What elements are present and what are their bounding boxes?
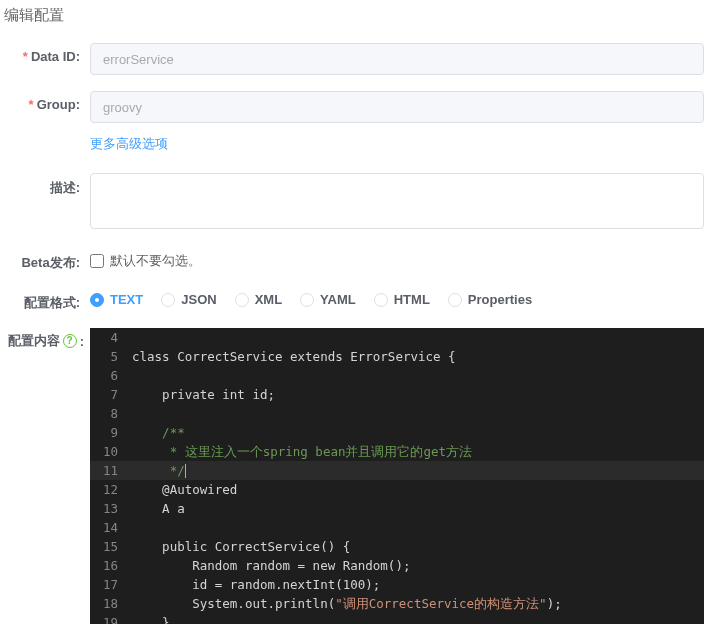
editor-line: 17 id = random.nextInt(100);: [90, 575, 704, 594]
editor-line: 8: [90, 404, 704, 423]
radio-label: XML: [255, 292, 282, 307]
code-text: [132, 404, 704, 423]
help-icon[interactable]: ?: [63, 334, 77, 348]
label-group: *Group:: [0, 91, 90, 112]
editor-line: 15 public CorrectService() {: [90, 537, 704, 556]
more-options-link[interactable]: 更多高级选项: [90, 133, 168, 153]
page-title: 编辑配置: [0, 0, 704, 43]
radio-label: HTML: [394, 292, 430, 307]
line-number: 19: [90, 613, 132, 624]
radio-circle-icon: [90, 293, 104, 307]
line-number: 7: [90, 385, 132, 404]
radio-label: YAML: [320, 292, 356, 307]
radio-label: TEXT: [110, 292, 143, 307]
line-number: 4: [90, 328, 132, 347]
editor-line: 11 */: [90, 461, 704, 480]
code-text: /**: [132, 423, 704, 442]
code-text: [132, 328, 704, 347]
editor-line: 13 A a: [90, 499, 704, 518]
format-radio-text[interactable]: TEXT: [90, 292, 143, 307]
label-format: 配置格式:: [0, 288, 90, 312]
label-desc: 描述:: [0, 173, 90, 197]
label-content: 配置内容 ? :: [0, 328, 90, 350]
label-beta: Beta发布:: [0, 248, 90, 272]
code-text: */: [132, 461, 704, 480]
line-number: 17: [90, 575, 132, 594]
data-id-input[interactable]: [90, 43, 704, 75]
line-number: 11: [90, 461, 132, 480]
line-number: 6: [90, 366, 132, 385]
editor-line: 7 private int id;: [90, 385, 704, 404]
row-desc: 描述:: [0, 173, 704, 232]
line-number: 12: [90, 480, 132, 499]
radio-circle-icon: [161, 293, 175, 307]
code-text: [132, 518, 704, 537]
code-text: @Autowired: [132, 480, 704, 499]
radio-circle-icon: [374, 293, 388, 307]
code-editor[interactable]: 45class CorrectService extends ErrorServ…: [90, 328, 704, 624]
format-radio-yaml[interactable]: YAML: [300, 292, 356, 307]
code-text: * 这里注入一个spring bean并且调用它的get方法: [132, 442, 704, 461]
code-text: [132, 366, 704, 385]
line-number: 9: [90, 423, 132, 442]
line-number: 10: [90, 442, 132, 461]
format-radio-properties[interactable]: Properties: [448, 292, 532, 307]
label-data-id: *Data ID:: [0, 43, 90, 64]
radio-circle-icon: [448, 293, 462, 307]
editor-line: 9 /**: [90, 423, 704, 442]
editor-line: 10 * 这里注入一个spring bean并且调用它的get方法: [90, 442, 704, 461]
editor-line: 16 Random random = new Random();: [90, 556, 704, 575]
line-number: 15: [90, 537, 132, 556]
code-text: Random random = new Random();: [132, 556, 704, 575]
radio-circle-icon: [235, 293, 249, 307]
line-number: 5: [90, 347, 132, 366]
row-data-id: *Data ID:: [0, 43, 704, 75]
line-number: 14: [90, 518, 132, 537]
editor-line: 18 System.out.println("调用CorrectService的…: [90, 594, 704, 613]
group-input[interactable]: [90, 91, 704, 123]
line-number: 13: [90, 499, 132, 518]
editor-line: 14: [90, 518, 704, 537]
line-number: 8: [90, 404, 132, 423]
line-number: 16: [90, 556, 132, 575]
code-text: System.out.println("调用CorrectService的构造方…: [132, 594, 704, 613]
code-text: }: [132, 613, 704, 624]
radio-label: JSON: [181, 292, 216, 307]
radio-label: Properties: [468, 292, 532, 307]
code-text: public CorrectService() {: [132, 537, 704, 556]
beta-checkbox[interactable]: [90, 254, 104, 268]
row-more-options: 更多高级选项: [0, 133, 704, 153]
editor-line: 19 }: [90, 613, 704, 624]
code-text: class CorrectService extends ErrorServic…: [132, 347, 704, 366]
code-text: id = random.nextInt(100);: [132, 575, 704, 594]
desc-textarea[interactable]: [90, 173, 704, 229]
format-radio-xml[interactable]: XML: [235, 292, 282, 307]
format-radio-html[interactable]: HTML: [374, 292, 430, 307]
editor-line: 12 @Autowired: [90, 480, 704, 499]
code-text: private int id;: [132, 385, 704, 404]
editor-line: 6: [90, 366, 704, 385]
beta-hint: 默认不要勾选。: [110, 252, 201, 270]
text-cursor: [185, 464, 186, 478]
format-radio-group: TEXTJSONXMLYAMLHTMLProperties: [90, 288, 704, 307]
radio-circle-icon: [300, 293, 314, 307]
row-group: *Group:: [0, 91, 704, 123]
line-number: 18: [90, 594, 132, 613]
row-format: 配置格式: TEXTJSONXMLYAMLHTMLProperties: [0, 288, 704, 312]
row-beta: Beta发布: 默认不要勾选。: [0, 248, 704, 272]
format-radio-json[interactable]: JSON: [161, 292, 216, 307]
editor-line: 5class CorrectService extends ErrorServi…: [90, 347, 704, 366]
row-content: 配置内容 ? : 45class CorrectService extends …: [0, 328, 704, 624]
editor-line: 4: [90, 328, 704, 347]
code-text: A a: [132, 499, 704, 518]
